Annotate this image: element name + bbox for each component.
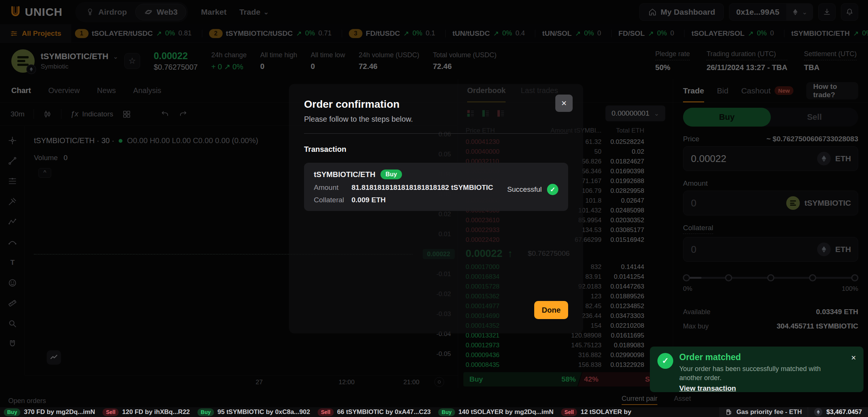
side-badge: Sell [561, 408, 577, 416]
toast-message: Your order has been successfully matched… [679, 365, 845, 383]
transaction-card: tSYMBIOTIC/ETH Buy Amount 81.81818181818… [304, 163, 568, 211]
success-check-icon: ✓ [657, 353, 673, 369]
bottom-trade-feed: Buy 370 FD by mg2Dq...imN Sell 120 FD by… [0, 407, 868, 417]
view-transaction-link[interactable]: View transaction [679, 384, 736, 393]
side-badge: Buy [438, 408, 455, 416]
toast-close-button[interactable]: × [851, 354, 856, 386]
gas-pump-icon [725, 408, 733, 416]
trade-feed-item[interactable]: Buy 95 tSYMBIOTIC by 0xC8a...902 [197, 408, 310, 416]
toast-title: Order matched [679, 352, 845, 362]
modal-close-button[interactable]: × [555, 95, 573, 112]
side-badge: Sell [318, 408, 334, 416]
trade-feed-list: Buy 370 FD by mg2Dq...imN Sell 120 FD by… [4, 408, 631, 416]
transaction-heading: Transaction [304, 145, 568, 154]
eth-price[interactable]: $3,467.0457 [808, 407, 868, 417]
close-icon: × [851, 353, 856, 362]
divider [304, 133, 568, 134]
gas-priority-fee[interactable]: Gas priority fee - ETH [719, 407, 808, 417]
success-check-icon: ✓ [547, 184, 558, 195]
trade-feed-item[interactable]: Buy 370 FD by mg2Dq...imN [4, 408, 95, 416]
trade-feed-item[interactable]: Buy 140 tSOLAYER by mg2Dq...imN [438, 408, 553, 416]
app-root: UNICH Airdrop Web3 Market Trade ⌄ My Das… [0, 0, 868, 417]
transaction-status: Successful ✓ [507, 184, 558, 195]
modal-subtitle: Please follow to the steps below. [304, 115, 568, 124]
close-icon: × [561, 98, 567, 108]
order-confirmation-modal: Order confirmation Please follow to the … [289, 84, 583, 333]
side-badge: Sell [102, 408, 119, 416]
modal-title: Order confirmation [304, 98, 568, 110]
trade-feed-item[interactable]: Sell 66 tSYMBIOTIC by 0xA47...C23 [318, 408, 431, 416]
side-badge: Buy [197, 408, 214, 416]
trade-feed-item[interactable]: Sell 120 FD by ihXBq...R22 [102, 408, 189, 416]
transaction-pair: tSYMBIOTIC/ETH [314, 170, 375, 179]
trade-feed-item[interactable]: Sell 12 tSOLAYER by [561, 408, 631, 416]
buy-badge: Buy [381, 170, 402, 179]
eth-icon [814, 408, 822, 416]
gas-fee-block: Gas priority fee - ETH $3,467.0457 [719, 407, 868, 417]
side-badge: Buy [4, 408, 20, 416]
order-matched-toast: ✓ Order matched Your order has been succ… [650, 347, 863, 392]
transaction-collateral-row: Collateral 0.009 ETH [314, 196, 558, 204]
done-button[interactable]: Done [534, 301, 568, 319]
